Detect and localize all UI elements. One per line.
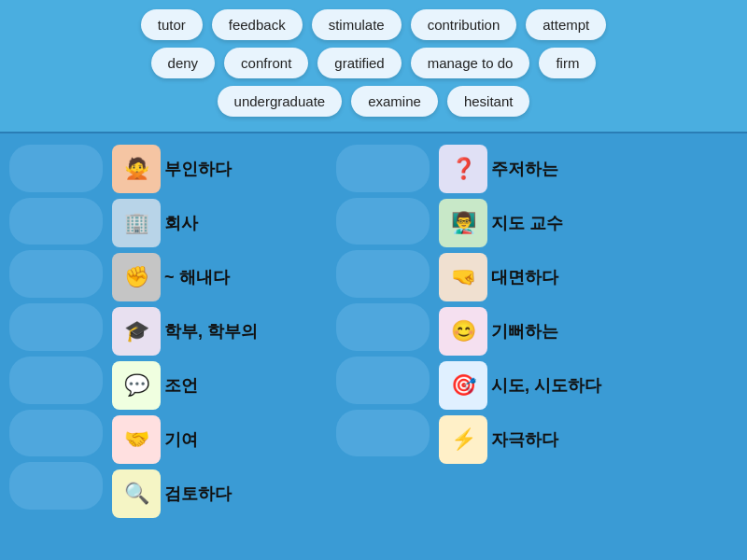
left-items-col: 🙅부인하다🏢회사✊~ 해내다🎓학부, 학부의💬조언🤝기여🔍검토하다 xyxy=(112,145,327,510)
word-chip-gratified[interactable]: gratified xyxy=(317,48,401,78)
word-chip-feedback[interactable]: feedback xyxy=(212,9,303,40)
gratified-image: 😊 xyxy=(439,307,487,356)
left-match-item-undergraduate[interactable]: 🎓학부, 학부의 xyxy=(112,307,327,356)
right-blank-slot-0[interactable] xyxy=(336,145,430,192)
manage-image: ✊ xyxy=(112,253,161,301)
word-chip-confront[interactable]: confront xyxy=(224,48,308,78)
examine-text: 검토하다 xyxy=(164,483,232,505)
deny-image: 🙅 xyxy=(112,145,161,193)
right-match-item-gratified[interactable]: 😊기뻐하는 xyxy=(439,307,654,356)
feedback-image: 💬 xyxy=(112,361,161,410)
right-blank-slot-1[interactable] xyxy=(336,198,430,245)
confront-image: 🤜 xyxy=(439,253,487,301)
confront-text: 대면하다 xyxy=(491,266,558,288)
right-match-item-tutor[interactable]: 👨‍🏫지도 교수 xyxy=(439,199,654,247)
word-chip-undergraduate[interactable]: undergraduate xyxy=(218,86,343,117)
left-blank-slot-1[interactable] xyxy=(9,198,103,245)
undergraduate-image: 🎓 xyxy=(112,307,161,356)
left-blank-slot-3[interactable] xyxy=(9,303,103,351)
manage-text: ~ 해내다 xyxy=(164,266,230,288)
word-chip-tutor[interactable]: tutor xyxy=(141,9,203,40)
left-match-item-manage[interactable]: ✊~ 해내다 xyxy=(112,253,327,301)
left-blank-slot-2[interactable] xyxy=(9,250,103,298)
word-chip-manage-to-do[interactable]: manage to do xyxy=(411,48,530,78)
tutor-image: 👨‍🏫 xyxy=(439,199,487,247)
right-blank-slot-2[interactable] xyxy=(336,250,430,298)
right-match-item-confront[interactable]: 🤜대면하다 xyxy=(439,253,654,301)
hesitant-image: ❓ xyxy=(439,145,487,193)
word-chip-stimulate[interactable]: stimulate xyxy=(312,9,402,40)
right-blanks-col xyxy=(336,145,430,510)
word-row-2: denyconfrontgratifiedmanage to dofirm xyxy=(9,48,738,78)
deny-text: 부인하다 xyxy=(164,158,232,180)
right-blank-spacer xyxy=(336,462,430,510)
contribution-text: 기여 xyxy=(164,428,198,451)
word-row-1: tutorfeedbackstimulatecontributionattemp… xyxy=(9,9,738,40)
right-items-spacer xyxy=(439,469,654,510)
left-blank-slot-5[interactable] xyxy=(9,410,103,457)
left-blank-slot-0[interactable] xyxy=(9,145,103,192)
match-area: 🙅부인하다🏢회사✊~ 해내다🎓학부, 학부의💬조언🤝기여🔍검토하다 ❓주저하는👨… xyxy=(0,133,747,521)
contribution-image: 🤝 xyxy=(112,415,161,464)
word-chip-hesitant[interactable]: hesitant xyxy=(447,86,530,117)
undergraduate-text: 학부, 학부의 xyxy=(164,320,258,343)
right-match-item-attempt[interactable]: 🎯시도, 시도하다 xyxy=(439,361,654,410)
right-blank-slot-5[interactable] xyxy=(336,410,430,457)
left-blank-slot-4[interactable] xyxy=(9,357,103,404)
hesitant-text: 주저하는 xyxy=(491,158,558,180)
left-match-item-examine[interactable]: 🔍검토하다 xyxy=(112,469,327,518)
word-chip-contribution[interactable]: contribution xyxy=(411,9,517,40)
stimulate-text: 자극하다 xyxy=(491,428,558,451)
gratified-text: 기뻐하는 xyxy=(491,320,558,343)
left-blanks-col xyxy=(9,145,103,510)
right-items-col: ❓주저하는👨‍🏫지도 교수🤜대면하다😊기뻐하는🎯시도, 시도하다⚡자극하다 xyxy=(439,145,654,510)
right-blank-slot-3[interactable] xyxy=(336,303,430,351)
left-match-item-contribution[interactable]: 🤝기여 xyxy=(112,415,327,464)
left-match-item-deny[interactable]: 🙅부인하다 xyxy=(112,145,327,193)
firm-text: 회사 xyxy=(164,212,198,234)
left-match-item-feedback[interactable]: 💬조언 xyxy=(112,361,327,410)
stimulate-image: ⚡ xyxy=(439,415,487,464)
word-chip-firm[interactable]: firm xyxy=(539,48,596,78)
firm-image: 🏢 xyxy=(112,199,161,247)
tutor-text: 지도 교수 xyxy=(491,212,563,234)
examine-image: 🔍 xyxy=(112,469,161,518)
word-row-3: undergraduateexaminehesitant xyxy=(9,86,738,117)
attempt-image: 🎯 xyxy=(439,361,487,410)
right-match-item-stimulate[interactable]: ⚡자극하다 xyxy=(439,415,654,464)
feedback-text: 조언 xyxy=(164,374,198,397)
attempt-text: 시도, 시도하다 xyxy=(491,374,601,397)
word-bank: tutorfeedbackstimulatecontributionattemp… xyxy=(0,0,747,133)
right-match-item-hesitant[interactable]: ❓주저하는 xyxy=(439,145,654,193)
right-blank-slot-4[interactable] xyxy=(336,357,430,404)
left-match-item-firm[interactable]: 🏢회사 xyxy=(112,199,327,247)
word-chip-deny[interactable]: deny xyxy=(151,48,216,78)
word-chip-attempt[interactable]: attempt xyxy=(526,9,606,40)
left-blank-slot-6[interactable] xyxy=(9,462,103,510)
word-chip-examine[interactable]: examine xyxy=(351,86,438,117)
